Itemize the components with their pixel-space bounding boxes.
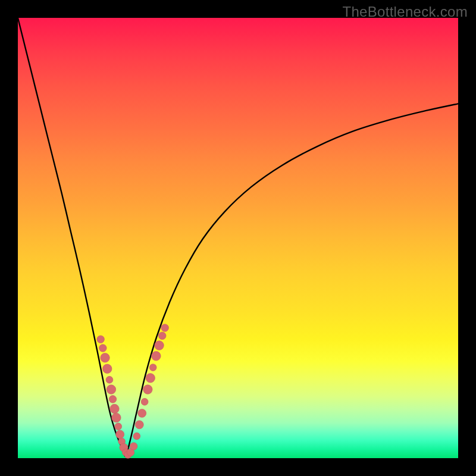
data-point [109, 396, 117, 403]
data-point [146, 374, 155, 383]
data-point [107, 385, 116, 394]
data-point [141, 398, 148, 405]
data-point [143, 385, 153, 394]
data-point [155, 341, 164, 350]
data-point [116, 430, 124, 439]
data-point [99, 345, 107, 352]
data-point [138, 409, 146, 417]
data-point [135, 421, 143, 429]
data-point [130, 443, 137, 450]
data-point [102, 364, 112, 374]
data-point [110, 404, 120, 414]
chart-overlay-svg [0, 0, 476, 476]
data-point [112, 413, 121, 422]
data-point [97, 336, 105, 343]
data-point-markers [97, 324, 169, 459]
bottleneck-curve [18, 18, 458, 456]
data-point [106, 376, 113, 383]
data-point [152, 352, 161, 361]
data-point [101, 353, 110, 363]
data-point [158, 332, 166, 340]
data-point [115, 423, 122, 430]
data-point [133, 433, 140, 440]
data-point [161, 324, 169, 332]
chart-frame: TheBottleneck.com [0, 0, 476, 476]
curve-path [18, 18, 458, 456]
data-point [149, 364, 156, 371]
